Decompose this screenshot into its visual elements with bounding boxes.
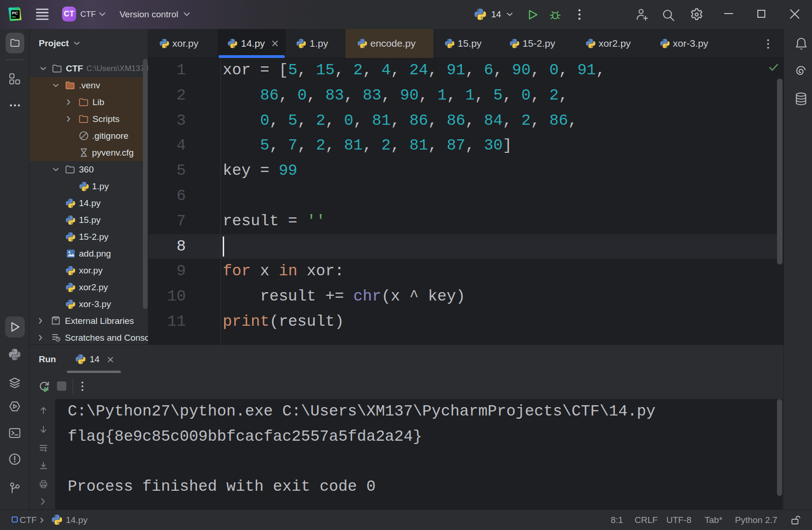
svg-text:PC: PC bbox=[12, 11, 18, 15]
